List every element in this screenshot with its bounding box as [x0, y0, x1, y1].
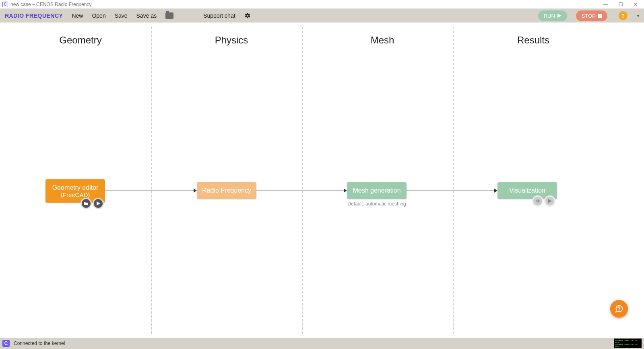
mesh-node-label: Mesh generation — [353, 187, 400, 194]
statusbar-app-icon: C — [2, 340, 10, 347]
open-folder-icon[interactable] — [165, 12, 173, 19]
column-header-results: Results — [453, 35, 614, 46]
chat-help-icon — [615, 304, 623, 313]
stop-icon — [598, 14, 602, 18]
svg-marker-3 — [548, 199, 552, 203]
titlebar: C new case – CENOS Radio Frequency — ☐ ✕ — [0, 0, 644, 9]
geometry-node-actions — [80, 198, 104, 209]
run-button[interactable]: RUN — [538, 10, 567, 21]
geometry-node-line2: (FreeCAD) — [61, 191, 90, 198]
divider-1 — [151, 27, 152, 334]
play-icon — [548, 199, 552, 203]
mesh-node-caption: Default: automatic meshing — [347, 201, 407, 207]
play-icon — [557, 14, 561, 18]
results-play-button[interactable] — [544, 195, 555, 207]
svg-marker-0 — [557, 14, 561, 18]
stop-button[interactable]: STOP — [576, 10, 607, 21]
workflow-canvas: Geometry Physics Mesh Results Geometry e… — [0, 23, 644, 338]
geometry-open-folder-button[interactable] — [80, 198, 92, 209]
app-icon: C — [2, 2, 8, 7]
flow-arrow-2 — [344, 189, 347, 193]
svg-marker-2 — [97, 201, 100, 205]
support-chat-button[interactable]: Support chat — [203, 12, 235, 19]
results-settings-button[interactable] — [532, 195, 543, 207]
save-as-button[interactable]: Save as — [136, 12, 157, 19]
help-chat-bubble[interactable] — [610, 300, 628, 318]
gear-icon — [535, 199, 540, 203]
folder-open-icon — [84, 201, 89, 205]
flow-line-2 — [256, 191, 344, 191]
svg-rect-1 — [598, 14, 602, 18]
geometry-node-line1: Geometry editor — [52, 184, 99, 191]
close-button[interactable]: ✕ — [634, 2, 638, 7]
new-button[interactable]: New — [72, 12, 83, 19]
results-node-label: Visualization — [509, 187, 545, 194]
physics-node[interactable]: Radio Frequency — [197, 182, 256, 199]
column-header-physics: Physics — [151, 35, 312, 46]
help-dropdown-icon[interactable]: ▾ — [637, 14, 639, 18]
run-label: RUN — [544, 13, 555, 19]
brand-label: RADIO FREQUENCY — [5, 12, 63, 19]
column-header-mesh: Mesh — [302, 35, 463, 46]
play-icon — [96, 201, 100, 205]
mesh-node[interactable]: Mesh generation — [347, 182, 407, 199]
physics-node-label: Radio Frequency — [202, 187, 251, 194]
statusbar-text: Connected to the kernel — [14, 341, 65, 346]
help-button[interactable]: ? — [619, 11, 627, 20]
results-node-actions — [532, 195, 555, 207]
flow-arrow-3 — [494, 189, 497, 193]
divider-3 — [453, 27, 454, 334]
toolbar: RADIO FREQUENCY New Open Save Save as Su… — [0, 9, 644, 23]
window-title: new case – CENOS Radio Frequency — [10, 2, 91, 7]
open-button[interactable]: Open — [92, 12, 105, 19]
svg-point-4 — [619, 310, 619, 310]
statusbar: C Connected to the kernel Incoming conne… — [0, 338, 644, 349]
geometry-play-button[interactable] — [93, 198, 104, 209]
log-console[interactable]: Incoming connection. ID portIncoming con… — [614, 339, 642, 348]
column-header-geometry: Geometry — [0, 35, 161, 46]
minimize-button[interactable]: — — [603, 2, 608, 7]
maximize-button[interactable]: ☐ — [619, 2, 623, 7]
flow-line-1 — [105, 191, 194, 191]
stop-label: STOP — [582, 13, 596, 19]
settings-icon[interactable] — [244, 12, 251, 19]
save-button[interactable]: Save — [115, 12, 128, 19]
flow-arrow-1 — [194, 189, 197, 193]
flow-line-3 — [407, 191, 494, 191]
divider-2 — [302, 27, 303, 334]
